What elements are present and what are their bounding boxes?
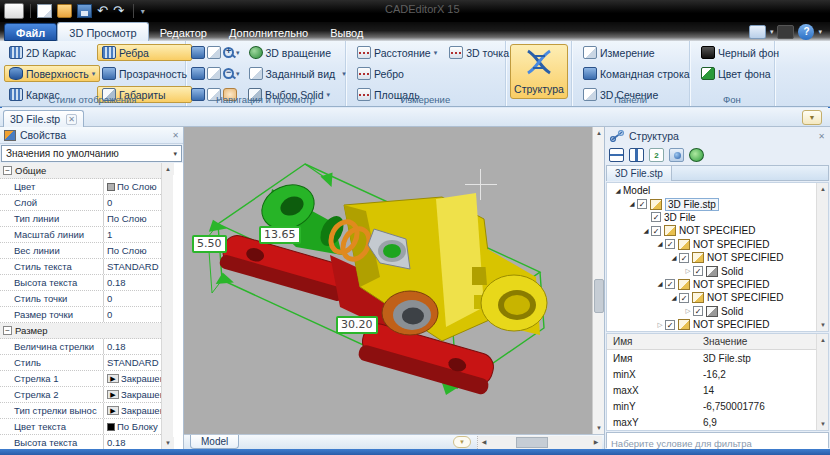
- button-surface[interactable]: Поверхность▾: [4, 65, 100, 82]
- property-row[interactable]: Масштаб линии1: [0, 227, 161, 243]
- property-row[interactable]: СтильSTANDARD: [0, 355, 161, 371]
- table-row[interactable]: minY-6,750001776: [607, 398, 816, 414]
- close-icon[interactable]: ✕: [818, 132, 825, 141]
- zoom-window-icon[interactable]: [207, 46, 221, 59]
- 3d-model[interactable]: [184, 127, 580, 434]
- expand-icon[interactable]: ◢: [669, 254, 679, 262]
- tree-item[interactable]: ▷✓NOT SPECIFIED: [607, 318, 816, 331]
- table-row[interactable]: minZ-2,75: [607, 430, 816, 431]
- checkbox[interactable]: ✓: [679, 293, 689, 303]
- tab-additional[interactable]: Дополнительно: [218, 23, 319, 41]
- scroll-up-icon[interactable]: ▲: [817, 334, 829, 346]
- collapse-group-icon[interactable]: −: [3, 326, 12, 335]
- property-row[interactable]: Стиль точки0: [0, 291, 161, 307]
- split-vertical-icon[interactable]: [629, 148, 644, 162]
- property-row[interactable]: Тип стрелки вынос▶Закрашенная: [0, 403, 161, 419]
- table-row[interactable]: minX-16,2: [607, 366, 816, 382]
- tree-item[interactable]: ◢Model: [607, 184, 816, 197]
- panel-collapse-button[interactable]: ▼: [802, 110, 822, 125]
- help-icon[interactable]: ?: [798, 24, 814, 40]
- structure-toggle-button[interactable]: Структура: [510, 44, 568, 99]
- expand-icon[interactable]: ▷: [683, 267, 693, 275]
- button-measure-panel[interactable]: Измерение: [578, 44, 695, 61]
- checkbox[interactable]: ✓: [665, 279, 675, 289]
- property-row[interactable]: Высота текста0.18: [0, 435, 161, 449]
- property-row[interactable]: Высота текста0.18: [0, 275, 161, 291]
- undo-icon[interactable]: ↶: [97, 4, 108, 18]
- dropdown-icon[interactable]: ▾: [92, 70, 96, 78]
- model-space-tab[interactable]: Model: [190, 435, 239, 449]
- help-dropdown-icon[interactable]: ▾: [818, 28, 822, 36]
- property-row[interactable]: Стрелка 1▶Закрашенная: [0, 371, 161, 387]
- table-row[interactable]: maxY6,9: [607, 414, 816, 430]
- viewport-hscrollbar[interactable]: ◀ ▶: [477, 436, 602, 449]
- properties-scrollbar[interactable]: ▲ ▼: [161, 163, 173, 449]
- checkbox[interactable]: ✓: [665, 320, 675, 330]
- expand-icon[interactable]: ▷: [655, 321, 665, 329]
- scroll-up-icon[interactable]: ▲: [162, 163, 174, 175]
- document-tab[interactable]: 3D File.stp ✕: [3, 110, 84, 127]
- pan-view-icon[interactable]: [191, 46, 205, 59]
- redo-icon[interactable]: ↷: [113, 4, 124, 18]
- checkbox[interactable]: ✓: [693, 306, 703, 316]
- close-icon[interactable]: ✕: [172, 131, 179, 140]
- viewport-vscrollbar[interactable]: ▲ ▼: [592, 127, 604, 434]
- tree-item[interactable]: ▷✓Solid: [607, 264, 816, 277]
- scrollbar-thumb[interactable]: [594, 279, 604, 313]
- tab-file[interactable]: Файл: [4, 23, 57, 41]
- viewport[interactable]: 5.50 13.65 30.20 ▲ ▼ Model ▼ ◀ ▶: [184, 127, 604, 449]
- tree-item[interactable]: ◢✓NOT SPECIFIED: [607, 238, 816, 251]
- copy-view-icon[interactable]: [191, 67, 205, 80]
- scroll-down-icon[interactable]: ▼: [593, 422, 604, 434]
- display-settings-icon[interactable]: [749, 25, 766, 39]
- scroll-up-icon[interactable]: ▲: [817, 183, 829, 195]
- table-row[interactable]: maxX14: [607, 382, 816, 398]
- tree-item[interactable]: ▷✓Solid: [607, 305, 816, 318]
- button-edge-measure[interactable]: Ребро: [352, 65, 514, 82]
- split-horizontal-icon[interactable]: [609, 148, 624, 162]
- tab-3d-view[interactable]: 3D Просмотр: [57, 22, 148, 41]
- dropdown-icon[interactable]: ▾: [434, 49, 438, 57]
- property-row[interactable]: Стиль текстаSTANDARD: [0, 259, 161, 275]
- app-menu-button[interactable]: [4, 3, 24, 19]
- checkbox[interactable]: ✓: [651, 212, 661, 222]
- property-row[interactable]: Стрелка 2▶Закрашенная: [0, 387, 161, 403]
- property-group-row[interactable]: −Общие: [0, 163, 161, 179]
- checkbox[interactable]: ✓: [637, 199, 647, 209]
- button-black-background[interactable]: Черный фон: [696, 44, 784, 61]
- save-icon[interactable]: [77, 4, 92, 18]
- zoom-out-icon[interactable]: [223, 68, 234, 79]
- checkbox[interactable]: ✓: [693, 266, 703, 276]
- button-distance[interactable]: Расстояние▾: [352, 44, 442, 61]
- threaded-port[interactable]: [382, 291, 438, 335]
- monitor-icon[interactable]: [669, 148, 684, 162]
- close-tab-icon[interactable]: ✕: [66, 114, 77, 125]
- property-row[interactable]: Слой0: [0, 195, 161, 211]
- scroll-right-icon[interactable]: ▶: [590, 436, 602, 449]
- collapse-group-icon[interactable]: −: [3, 166, 12, 175]
- scrollbar-thumb[interactable]: [516, 437, 548, 448]
- open-file-icon[interactable]: [57, 4, 72, 18]
- tree-item[interactable]: ✓3D File: [607, 211, 816, 224]
- button-command-line[interactable]: Командная строка: [578, 65, 695, 82]
- red-bracket-right-arm[interactable]: [357, 320, 497, 395]
- scroll-down-icon[interactable]: ▼: [162, 437, 174, 449]
- tree-item[interactable]: ◢✓NOT SPECIFIED: [607, 278, 816, 291]
- property-row[interactable]: ЦветПо Слою: [0, 179, 161, 195]
- tree-item[interactable]: ◢✓NOT SPECIFIED: [607, 251, 816, 264]
- tree-item[interactable]: ◢✓3D File.stp: [607, 197, 816, 210]
- scroll-left-icon[interactable]: ◀: [478, 436, 490, 449]
- property-row[interactable]: Величина стрелки0.18: [0, 339, 161, 355]
- property-row[interactable]: Размер точки0: [0, 307, 161, 323]
- button-preset-view[interactable]: Заданный вид: [244, 65, 341, 82]
- tab-output[interactable]: Вывод: [319, 23, 374, 41]
- expand-icon[interactable]: ◢: [641, 227, 651, 235]
- expand-icon[interactable]: ◢: [613, 187, 623, 195]
- button-3d-point[interactable]: 3D точка: [444, 44, 514, 61]
- property-row[interactable]: Цвет текстаПо Блоку: [0, 419, 161, 435]
- dropdown-icon[interactable]: ▾: [236, 49, 240, 57]
- button-3d-rotation[interactable]: 3D вращение: [244, 44, 336, 61]
- second-view-icon[interactable]: 2: [649, 148, 664, 162]
- tree-scrollbar[interactable]: ▲ ▼: [816, 183, 828, 331]
- property-row[interactable]: Вес линииПо Слою: [0, 243, 161, 259]
